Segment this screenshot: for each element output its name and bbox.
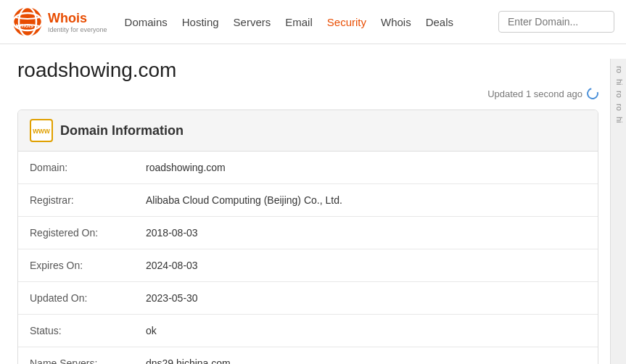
sidebar-item-2: hi (613, 79, 624, 86)
nav-links: Domains Hosting Servers Email Security W… (125, 16, 498, 28)
nav-whois[interactable]: Whois (381, 16, 411, 28)
value-domain: roadshowing.com (134, 152, 598, 184)
updated-text: Updated 1 second ago (487, 88, 582, 99)
sidebar-item-3: ro (613, 91, 624, 98)
sidebar-item-1: ro (613, 66, 624, 73)
domain-info-card: www Domain Information Domain: roadshowi… (17, 109, 598, 364)
svg-text:Whois: Whois (16, 22, 34, 29)
refresh-icon[interactable] (585, 86, 601, 102)
svg-point-0 (13, 7, 42, 36)
value-registrar: Alibaba Cloud Computing (Beijing) Co., L… (134, 184, 598, 217)
right-sidebar: ro hi ro ro hi (610, 59, 626, 364)
label-updated-on: Updated On: (18, 282, 134, 315)
value-expires-on: 2024-08-03 (134, 249, 598, 282)
logo[interactable]: Whois Whois Identity for everyone (12, 6, 107, 38)
www-icon: www (30, 119, 53, 142)
value-updated-on: 2023-05-30 (134, 282, 598, 315)
value-name-servers: dns29.hichina.com dns30.hichina.com (134, 347, 598, 365)
header: Whois Whois Identity for everyone Domain… (0, 0, 626, 44)
nav-deals[interactable]: Deals (426, 16, 453, 28)
page-title: roadshowing.com (17, 59, 598, 82)
label-name-servers: Name Servers: (18, 347, 134, 365)
nav-email[interactable]: Email (285, 16, 313, 28)
search-input[interactable] (498, 11, 614, 33)
table-row: Updated On: 2023-05-30 (18, 282, 598, 315)
sidebar-item-4: ro (613, 104, 624, 111)
card-title: Domain Information (60, 123, 184, 138)
main-container: roadshowing.com Updated 1 second ago www… (0, 44, 626, 364)
nav-domains[interactable]: Domains (125, 16, 168, 28)
label-domain: Domain: (18, 152, 134, 184)
nav-servers[interactable]: Servers (234, 16, 271, 28)
label-registrar: Registrar: (18, 184, 134, 217)
label-registered-on: Registered On: (18, 217, 134, 249)
value-status: ok (134, 315, 598, 347)
table-row: Name Servers: dns29.hichina.com dns30.hi… (18, 347, 598, 365)
updated-line: Updated 1 second ago (17, 88, 598, 99)
nav-security[interactable]: Security (327, 16, 366, 28)
content-area: roadshowing.com Updated 1 second ago www… (0, 59, 610, 364)
logo-title: Whois (48, 11, 107, 26)
info-table: Domain: roadshowing.com Registrar: Aliba… (18, 152, 598, 364)
label-status: Status: (18, 315, 134, 347)
sidebar-item-5: hi (613, 117, 624, 123)
table-row: Registrar: Alibaba Cloud Computing (Beij… (18, 184, 598, 217)
card-header: www Domain Information (18, 110, 598, 152)
table-row: Registered On: 2018-08-03 (18, 217, 598, 249)
table-row: Domain: roadshowing.com (18, 152, 598, 184)
table-row: Status: ok (18, 315, 598, 347)
logo-subtitle: Identity for everyone (48, 26, 107, 33)
table-row: Expires On: 2024-08-03 (18, 249, 598, 282)
value-registered-on: 2018-08-03 (134, 217, 598, 249)
nav-hosting[interactable]: Hosting (182, 16, 219, 28)
label-expires-on: Expires On: (18, 249, 134, 282)
